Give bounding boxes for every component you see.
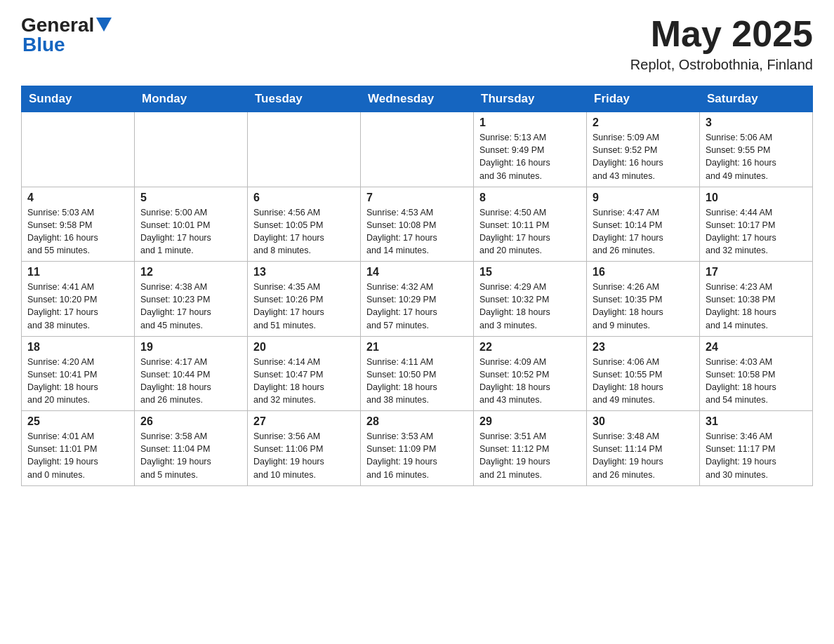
- day-number: 29: [479, 415, 581, 428]
- day-number: 30: [593, 415, 694, 428]
- day-info: Sunrise: 4:23 AM Sunset: 10:38 PM Daylig…: [706, 281, 807, 332]
- calendar-cell: 14Sunrise: 4:32 AM Sunset: 10:29 PM Dayl…: [361, 262, 474, 337]
- calendar-cell: 4Sunrise: 5:03 AM Sunset: 9:58 PM Daylig…: [22, 187, 135, 262]
- day-info: Sunrise: 4:20 AM Sunset: 10:41 PM Daylig…: [27, 356, 128, 407]
- weekday-header-sunday: Sunday: [22, 86, 135, 112]
- calendar-cell: 18Sunrise: 4:20 AM Sunset: 10:41 PM Dayl…: [22, 336, 135, 411]
- calendar-cell: [22, 112, 135, 187]
- day-info: Sunrise: 4:03 AM Sunset: 10:58 PM Daylig…: [706, 356, 807, 407]
- day-info: Sunrise: 4:50 AM Sunset: 10:11 PM Daylig…: [479, 206, 581, 257]
- calendar-cell: 29Sunrise: 3:51 AM Sunset: 11:12 PM Dayl…: [474, 411, 587, 486]
- day-number: 20: [253, 341, 355, 354]
- day-number: 11: [27, 266, 128, 279]
- day-number: 26: [140, 415, 241, 428]
- day-number: 7: [366, 192, 468, 204]
- week-row-4: 18Sunrise: 4:20 AM Sunset: 10:41 PM Dayl…: [22, 336, 813, 411]
- day-number: 19: [140, 341, 241, 354]
- day-number: 15: [479, 266, 581, 279]
- day-info: Sunrise: 3:53 AM Sunset: 11:09 PM Daylig…: [366, 430, 468, 481]
- logo-triangle-icon: [96, 18, 112, 32]
- day-number: 31: [706, 415, 807, 428]
- calendar-cell: [135, 112, 248, 187]
- calendar-cell: 24Sunrise: 4:03 AM Sunset: 10:58 PM Dayl…: [700, 336, 813, 411]
- day-info: Sunrise: 5:03 AM Sunset: 9:58 PM Dayligh…: [27, 206, 128, 257]
- day-number: 25: [27, 415, 128, 428]
- day-number: 22: [479, 341, 581, 354]
- day-info: Sunrise: 3:51 AM Sunset: 11:12 PM Daylig…: [479, 430, 581, 481]
- calendar-cell: 25Sunrise: 4:01 AM Sunset: 11:01 PM Dayl…: [22, 411, 135, 486]
- day-info: Sunrise: 4:29 AM Sunset: 10:32 PM Daylig…: [479, 281, 581, 332]
- calendar-cell: 30Sunrise: 3:48 AM Sunset: 11:14 PM Dayl…: [587, 411, 700, 486]
- calendar-cell: 10Sunrise: 4:44 AM Sunset: 10:17 PM Dayl…: [700, 187, 813, 262]
- day-number: 8: [479, 192, 581, 204]
- day-info: Sunrise: 3:48 AM Sunset: 11:14 PM Daylig…: [593, 430, 694, 481]
- day-info: Sunrise: 4:26 AM Sunset: 10:35 PM Daylig…: [593, 281, 694, 332]
- location-subtitle: Replot, Ostrobothnia, Finland: [630, 57, 813, 73]
- weekday-header-tuesday: Tuesday: [248, 86, 361, 112]
- calendar-cell: 8Sunrise: 4:50 AM Sunset: 10:11 PM Dayli…: [474, 187, 587, 262]
- weekday-header-monday: Monday: [135, 86, 248, 112]
- calendar-cell: 13Sunrise: 4:35 AM Sunset: 10:26 PM Dayl…: [248, 262, 361, 337]
- calendar-cell: [248, 112, 361, 187]
- week-row-1: 1Sunrise: 5:13 AM Sunset: 9:49 PM Daylig…: [22, 112, 813, 187]
- weekday-header-wednesday: Wednesday: [361, 86, 474, 112]
- day-number: 12: [140, 266, 241, 279]
- day-number: 18: [27, 341, 128, 354]
- day-info: Sunrise: 4:56 AM Sunset: 10:05 PM Daylig…: [253, 206, 355, 257]
- day-info: Sunrise: 3:56 AM Sunset: 11:06 PM Daylig…: [253, 430, 355, 481]
- weekday-header-friday: Friday: [587, 86, 700, 112]
- calendar-cell: 26Sunrise: 3:58 AM Sunset: 11:04 PM Dayl…: [135, 411, 248, 486]
- day-info: Sunrise: 4:32 AM Sunset: 10:29 PM Daylig…: [366, 281, 468, 332]
- day-number: 28: [366, 415, 468, 428]
- calendar-cell: [361, 112, 474, 187]
- day-number: 27: [253, 415, 355, 428]
- calendar-cell: 20Sunrise: 4:14 AM Sunset: 10:47 PM Dayl…: [248, 336, 361, 411]
- day-number: 13: [253, 266, 355, 279]
- day-number: 2: [593, 116, 694, 129]
- day-number: 17: [706, 266, 807, 279]
- calendar-cell: 23Sunrise: 4:06 AM Sunset: 10:55 PM Dayl…: [587, 336, 700, 411]
- page-header: General Blue May 2025 Replot, Ostrobothn…: [21, 14, 813, 73]
- day-info: Sunrise: 4:14 AM Sunset: 10:47 PM Daylig…: [253, 356, 355, 407]
- day-info: Sunrise: 4:35 AM Sunset: 10:26 PM Daylig…: [253, 281, 355, 332]
- week-row-3: 11Sunrise: 4:41 AM Sunset: 10:20 PM Dayl…: [22, 262, 813, 337]
- day-number: 5: [140, 192, 241, 204]
- calendar-cell: 7Sunrise: 4:53 AM Sunset: 10:08 PM Dayli…: [361, 187, 474, 262]
- day-info: Sunrise: 5:00 AM Sunset: 10:01 PM Daylig…: [140, 206, 241, 257]
- weekday-header-row: SundayMondayTuesdayWednesdayThursdayFrid…: [22, 86, 813, 112]
- day-info: Sunrise: 3:46 AM Sunset: 11:17 PM Daylig…: [706, 430, 807, 481]
- day-number: 4: [27, 192, 128, 204]
- day-info: Sunrise: 4:53 AM Sunset: 10:08 PM Daylig…: [366, 206, 468, 257]
- calendar-cell: 31Sunrise: 3:46 AM Sunset: 11:17 PM Dayl…: [700, 411, 813, 486]
- day-info: Sunrise: 4:38 AM Sunset: 10:23 PM Daylig…: [140, 281, 241, 332]
- day-info: Sunrise: 4:01 AM Sunset: 11:01 PM Daylig…: [27, 430, 128, 481]
- day-info: Sunrise: 5:13 AM Sunset: 9:49 PM Dayligh…: [479, 131, 581, 182]
- calendar-cell: 21Sunrise: 4:11 AM Sunset: 10:50 PM Dayl…: [361, 336, 474, 411]
- calendar-cell: 6Sunrise: 4:56 AM Sunset: 10:05 PM Dayli…: [248, 187, 361, 262]
- day-info: Sunrise: 3:58 AM Sunset: 11:04 PM Daylig…: [140, 430, 241, 481]
- calendar-cell: 19Sunrise: 4:17 AM Sunset: 10:44 PM Dayl…: [135, 336, 248, 411]
- weekday-header-thursday: Thursday: [474, 86, 587, 112]
- day-number: 21: [366, 341, 468, 354]
- day-number: 10: [706, 192, 807, 204]
- logo-text-blue: Blue: [21, 34, 65, 56]
- day-number: 16: [593, 266, 694, 279]
- calendar-cell: 5Sunrise: 5:00 AM Sunset: 10:01 PM Dayli…: [135, 187, 248, 262]
- calendar-cell: 2Sunrise: 5:09 AM Sunset: 9:52 PM Daylig…: [587, 112, 700, 187]
- day-number: 6: [253, 192, 355, 204]
- calendar-cell: 17Sunrise: 4:23 AM Sunset: 10:38 PM Dayl…: [700, 262, 813, 337]
- day-info: Sunrise: 4:17 AM Sunset: 10:44 PM Daylig…: [140, 356, 241, 407]
- calendar-cell: 1Sunrise: 5:13 AM Sunset: 9:49 PM Daylig…: [474, 112, 587, 187]
- calendar-cell: 12Sunrise: 4:38 AM Sunset: 10:23 PM Dayl…: [135, 262, 248, 337]
- day-number: 14: [366, 266, 468, 279]
- day-info: Sunrise: 4:47 AM Sunset: 10:14 PM Daylig…: [593, 206, 694, 257]
- day-info: Sunrise: 4:06 AM Sunset: 10:55 PM Daylig…: [593, 356, 694, 407]
- calendar-cell: 28Sunrise: 3:53 AM Sunset: 11:09 PM Dayl…: [361, 411, 474, 486]
- calendar-cell: 27Sunrise: 3:56 AM Sunset: 11:06 PM Dayl…: [248, 411, 361, 486]
- month-year-title: May 2025: [630, 14, 813, 54]
- day-info: Sunrise: 4:11 AM Sunset: 10:50 PM Daylig…: [366, 356, 468, 407]
- logo: General Blue: [21, 14, 112, 56]
- title-block: May 2025 Replot, Ostrobothnia, Finland: [630, 14, 813, 73]
- calendar-cell: 9Sunrise: 4:47 AM Sunset: 10:14 PM Dayli…: [587, 187, 700, 262]
- day-number: 3: [706, 116, 807, 129]
